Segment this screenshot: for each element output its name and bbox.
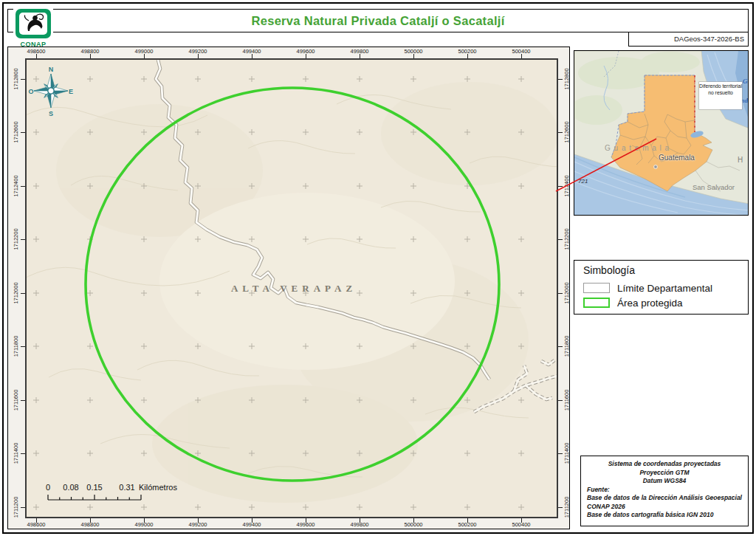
capital-city-dot [654,165,658,169]
credits-box: Sistema de coordenadas proyectadas Proye… [580,456,749,526]
page-title: Reserva Natural Privada Cataljí o Sacata… [8,14,748,28]
departmental-boundary-swatch [583,283,610,293]
datum-line: Datum WGS84 [587,477,742,486]
axis-tick-mark [558,239,563,240]
axis-tick-mark [558,293,563,294]
compass-south-label: S [49,110,53,117]
legend-item-label: Área protegida [617,298,683,309]
axis-tick-label: 1711800 [563,336,570,357]
compass-rose: N S E O [27,66,75,119]
axis-tick-mark [558,346,563,347]
inset-locator-map: G u a t e m a l a Guatemala San Salvador… [574,50,749,216]
axis-tick-mark [252,518,252,523]
inset-city-label: San Salvador [693,183,735,191]
source-line-1: Base de datos de la Dirección Análisis G… [587,494,742,511]
axis-tick-label: 1712800 [563,68,570,89]
territorial-dispute-note: Diferendo territorial no resuelto [699,82,742,109]
legend: Simbología Límite Departamental Área pro… [574,260,749,315]
scale-bar: 0 0.08 0.15 0.31 Kilómetros [37,479,207,510]
axis-tick-mark [198,518,199,523]
compass-east-label: E [69,88,73,95]
legend-title: Simbología [583,264,748,276]
inset-honduras-fragment: H o [738,156,749,164]
axis-tick-label: 1712400 [563,175,570,196]
axis-tick-mark [90,518,91,523]
conap-logo-text: CONAP [13,41,53,48]
map-canvas: ALTA VERAPAZ [25,58,558,518]
protected-area-swatch [583,298,610,308]
compass-north-label: N [49,66,54,73]
department-label: ALTA VERAPAZ [183,283,405,295]
legend-item-departmental: Límite Departamental [583,281,748,295]
axis-tick-label: 1712600 [563,121,570,142]
axis-tick-mark [558,186,563,187]
axis-tick-label: 1712200 [13,228,19,250]
inset-sea-fragment-2: Gu [743,78,749,85]
axis-tick-label: 1712000 [13,282,19,303]
conap-logo-icon [13,9,53,38]
axis-tick-mark [558,400,563,401]
axis-tick-label: 1712200 [563,228,570,250]
axis-tick-label: 1711200 [13,497,19,518]
axis-tick-mark [306,518,306,523]
axis-tick-mark [558,132,563,133]
conap-logo: CONAP [13,9,53,44]
inset-road-fragment: 721 [578,178,588,185]
axis-tick-label: 1711400 [563,443,570,464]
axis-tick-label: 1711200 [563,497,570,518]
axis-tick-mark [558,453,563,454]
map-frame: 4986004986004988004988004990004990004992… [7,47,570,529]
axis-tick-mark [36,518,37,523]
axis-tick-mark [467,518,468,523]
axis-tick-mark [558,79,563,80]
inset-capital-label: Guatemala [659,154,695,162]
axis-tick-mark [521,518,522,523]
source-heading: Fuente: [587,486,742,495]
axis-tick-label: 1711400 [13,443,19,464]
document-code: DAGeos-347-2026-BS [628,32,749,47]
axis-tick-mark [413,518,414,523]
axis-tick-label: 1711600 [563,390,570,411]
legend-item-protected: Área protegida [583,295,748,310]
title-bar: Reserva Natural Privada Cataljí o Sacata… [7,9,749,32]
axis-tick-label: 1711600 [13,390,19,411]
axis-tick-label: 1712400 [13,175,19,196]
inset-country-label: G u a t e m a l a [605,144,670,152]
legend-item-label: Límite Departamental [617,283,712,294]
source-line-2: Base de datos cartografía básica IGN 201… [587,511,742,520]
coordinate-system-line: Sistema de coordenadas proyectadas [587,460,742,469]
axis-tick-label: 1712800 [13,68,19,89]
axis-tick-label: 1711800 [13,336,19,357]
compass-west-label: O [28,88,33,95]
axis-tick-mark [360,518,360,523]
axis-tick-label: 1712600 [13,121,19,142]
projection-line: Proyección GTM [587,469,742,478]
axis-tick-mark [558,507,563,508]
scale-ruler [37,479,207,510]
axis-tick-mark [144,518,145,523]
axis-tick-label: 1712000 [563,282,570,303]
